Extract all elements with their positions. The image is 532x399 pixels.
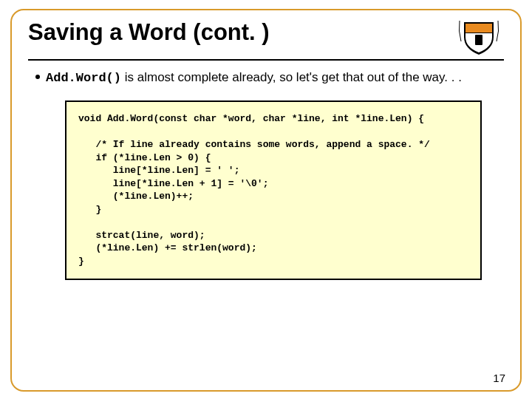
princeton-shield-icon xyxy=(454,16,504,58)
bullet-line: Add.Word() is almost complete already, s… xyxy=(35,69,499,87)
bullet-text: is almost complete already, so let's get… xyxy=(121,70,462,84)
header-row: Saving a Word (cont. ) xyxy=(28,16,504,58)
svg-rect-0 xyxy=(475,35,482,45)
title-divider xyxy=(28,59,504,61)
code-box: void Add.Word(const char *word, char *li… xyxy=(65,100,482,280)
slide: Saving a Word (cont. ) Add.Word() is alm… xyxy=(0,0,532,399)
slide-frame: Saving a Word (cont. ) Add.Word() is alm… xyxy=(10,9,522,392)
page-number: 17 xyxy=(493,372,505,384)
page-title: Saving a Word (cont. ) xyxy=(28,19,270,46)
bullet-code: Add.Word() xyxy=(46,71,121,85)
bullet-dot-icon xyxy=(35,75,40,79)
